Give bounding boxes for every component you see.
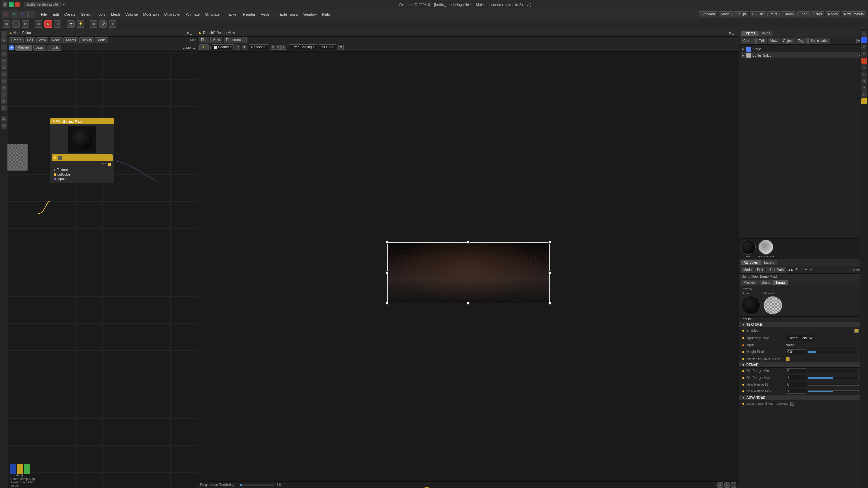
menu-mesh[interactable]: Mesh (108, 12, 123, 17)
mat-thumb-rs[interactable] (758, 240, 773, 255)
attr-legacy-checkbox[interactable] (790, 402, 794, 406)
ne-menu-assets[interactable]: Assets (63, 37, 78, 43)
ri-icon11[interactable]: ★ (861, 98, 867, 104)
tb-render-settings[interactable]: ⚙ (54, 20, 61, 28)
menu-animate[interactable]: Animate (183, 12, 202, 17)
attr-icon3[interactable]: ⊕ (805, 268, 809, 272)
attr-icon1[interactable]: 🔍 (795, 268, 800, 272)
mat-thumb-black[interactable] (741, 240, 756, 255)
tb-grid[interactable]: ⊞ (90, 20, 97, 28)
ws-sculpt[interactable]: Sculpt (734, 11, 748, 17)
tool-misc1[interactable]: ◉ (1, 116, 7, 122)
beauty-dropdown[interactable]: ⬜ Beauty ▼ (212, 44, 234, 50)
tab-objects[interactable]: Objects (741, 30, 758, 36)
ri-icon10[interactable]: ⚙ (861, 92, 867, 98)
tool-pen[interactable]: ✏ (1, 58, 7, 64)
ri-icon6[interactable]: ≡ (861, 64, 867, 70)
tool-misc2[interactable]: ◎ (1, 123, 7, 129)
tool-spline[interactable]: ∿ (1, 71, 7, 77)
tab-attributes[interactable]: Attributes (741, 260, 761, 265)
node-editor-maximize[interactable]: □ (193, 31, 195, 35)
sel-handle-bm[interactable] (467, 302, 470, 305)
attr-affected-checkbox[interactable] (786, 357, 790, 361)
menu-character[interactable]: Character (161, 12, 183, 17)
minimize-btn[interactable]: − (3, 2, 7, 7)
ws-paint[interactable]: Paint (767, 11, 780, 17)
menu-tools[interactable]: Tools (94, 12, 108, 17)
tool-generator[interactable]: ⚙ (1, 85, 7, 91)
attr-icon2[interactable]: ☆ (800, 268, 804, 272)
menu-window[interactable]: Window (301, 12, 319, 17)
attr-height-input[interactable] (786, 349, 806, 354)
menu-select[interactable]: Select (78, 12, 94, 17)
ws-script[interactable]: Script (811, 11, 825, 17)
toolbar-icon-y[interactable]: Y (11, 11, 18, 18)
render-tb-icon2[interactable]: ⊞ (242, 45, 247, 50)
ri-icon9[interactable]: ▼ (861, 85, 867, 91)
ne-menu-view[interactable]: View (36, 37, 48, 43)
ri-icon7[interactable]: ∿ (861, 71, 867, 77)
tb-camera[interactable]: 📷 (67, 20, 75, 28)
attr-remap-section[interactable]: ▼ REMAP (739, 362, 861, 368)
render-minimize[interactable]: _ (732, 31, 734, 35)
bump-out-connector[interactable] (108, 163, 111, 166)
attr-texture-section[interactable]: ▼ TEXTURE (739, 322, 861, 327)
ws-toon[interactable]: Toon (797, 11, 810, 17)
toolbar-icon-dot[interactable]: · (27, 11, 35, 18)
input-connector-left[interactable] (54, 178, 56, 180)
ob-view[interactable]: View (768, 38, 780, 44)
tool-material[interactable]: ◈ (1, 105, 7, 111)
attr-new-min-input[interactable] (786, 382, 806, 387)
ws-nodes[interactable]: Nodes (826, 11, 840, 17)
toolbar-icon-z[interactable]: Z (19, 11, 26, 18)
rb-icon3[interactable]: ↔ (731, 482, 736, 488)
attr-mode[interactable]: Mode (741, 267, 754, 273)
ws-standard[interactable]: Standard (699, 11, 717, 17)
ob-create[interactable]: Create (741, 38, 756, 44)
sel-handle-tm[interactable] (467, 241, 470, 244)
tool-select[interactable]: ↖ (1, 30, 7, 37)
fixed-scaling-dropdown[interactable]: Fixed Scaling ▼ (289, 44, 317, 50)
tool-move2[interactable]: ⊕ (1, 37, 7, 43)
attr-new-max-slider[interactable] (808, 390, 859, 392)
menu-help[interactable]: Help (319, 12, 333, 17)
mat-mat[interactable]: Mat (741, 240, 756, 258)
attr-subtab-basic[interactable]: Basic (759, 280, 773, 285)
attr-height-slider[interactable] (808, 351, 859, 353)
ri-icon4[interactable]: ⊞ (861, 51, 867, 57)
sel-handle-bl[interactable] (386, 302, 388, 305)
attr-nav-fwd[interactable]: ▶ (791, 268, 793, 272)
tb-snap[interactable]: 🔗 (99, 20, 107, 28)
ws-uvedit[interactable]: UV/Edit (750, 11, 766, 17)
sel-handle-mr[interactable] (548, 271, 551, 274)
tb-align[interactable]: ≡ (109, 20, 116, 28)
render-maximize[interactable]: □ (735, 31, 737, 35)
menu-render[interactable]: Render (240, 12, 258, 17)
attr-subtab-preview[interactable]: Preview (741, 280, 758, 285)
ob-tags[interactable]: Tags (796, 38, 808, 44)
tb-move[interactable]: ⊕ (3, 20, 10, 28)
tool-shape[interactable]: ◻ (1, 64, 7, 70)
tab-takes[interactable]: Takes (758, 30, 773, 36)
sel-handle-tl[interactable] (386, 241, 388, 244)
attr-user-data[interactable]: User Data (766, 267, 786, 273)
ne-menu-node[interactable]: Node (50, 37, 62, 43)
attr-new-min-slider[interactable] (808, 384, 859, 386)
tab-layers[interactable]: Layers (761, 260, 777, 265)
ws-new-layouts[interactable]: New Layouts (842, 11, 866, 17)
attr-old-min-slider[interactable] (808, 370, 859, 372)
node-editor-close[interactable]: × (187, 31, 189, 35)
ri-icon8[interactable]: ◉ (861, 78, 867, 84)
ne-menu-edit[interactable]: Edit (25, 37, 35, 43)
file-tab[interactable]: bottle_rendering.c4d (24, 2, 61, 7)
render-menu-prefs[interactable]: Preferences (224, 37, 247, 43)
tool-poly[interactable]: ⬡ (1, 78, 7, 84)
tb-light[interactable]: 💡 (77, 20, 84, 28)
menu-mograph[interactable]: MoGraph (141, 12, 162, 17)
tb-render-region[interactable]: ■ (35, 20, 42, 28)
maximize-btn[interactable]: □ (9, 2, 14, 7)
attr-icon4[interactable]: ⊗ (810, 268, 814, 272)
ne-tab-basic[interactable]: Basic (33, 45, 46, 51)
ne-tab-preview[interactable]: Preview (15, 45, 32, 51)
tb-render-all[interactable]: ▶ (44, 20, 52, 28)
